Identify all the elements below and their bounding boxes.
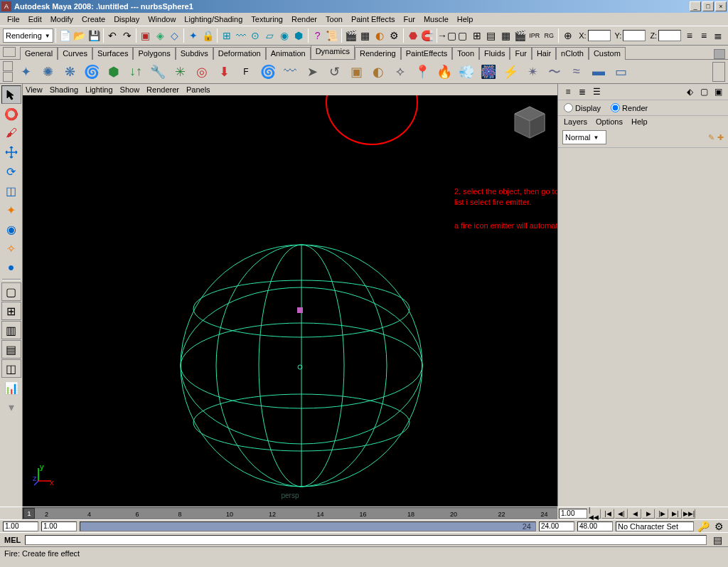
- layer-editor-tab-icon[interactable]: ≣: [577, 86, 588, 97]
- vp-menu-lighting[interactable]: Lighting: [85, 85, 113, 94]
- lightning-icon[interactable]: ⚡: [500, 61, 521, 83]
- menu-display[interactable]: Display: [109, 14, 144, 25]
- panel-opt3-icon[interactable]: ▣: [712, 86, 724, 97]
- options-menu-item[interactable]: Options: [596, 117, 623, 126]
- radial-field-icon[interactable]: 🌀: [257, 61, 279, 83]
- ipr-icon[interactable]: IPR: [528, 28, 541, 43]
- shelf-up-button[interactable]: [3, 61, 13, 71]
- uniform-field-icon[interactable]: ➤: [301, 61, 323, 83]
- collide-icon[interactable]: 🌀: [81, 61, 102, 83]
- menu-help[interactable]: Help: [453, 14, 478, 25]
- layout-two-h-icon[interactable]: ▤: [1, 340, 21, 359]
- magnet-icon[interactable]: 🧲: [420, 28, 434, 43]
- minimize-button[interactable]: _: [690, 1, 701, 11]
- vortex-field-icon[interactable]: ↺: [323, 61, 345, 83]
- layers-menu-item[interactable]: Layers: [564, 117, 587, 126]
- new-scene-icon[interactable]: 📄: [58, 28, 72, 43]
- hypershade-icon[interactable]: ⬣: [406, 28, 419, 43]
- input-line-icon[interactable]: →▢: [439, 28, 455, 43]
- play-forward-button[interactable]: ▶: [642, 509, 655, 519]
- step-back-button[interactable]: ◀|: [615, 509, 628, 519]
- universal-manip-tool[interactable]: ✦: [1, 201, 21, 219]
- snap-plane-icon[interactable]: ▱: [263, 28, 277, 43]
- anim-start-input[interactable]: [3, 521, 38, 531]
- menu-fur[interactable]: Fur: [399, 14, 419, 25]
- menu-window[interactable]: Window: [144, 14, 180, 25]
- display-radio[interactable]: Display: [564, 103, 601, 112]
- shelf-tab-surfaces[interactable]: Surfaces: [92, 47, 133, 60]
- vp-menu-panels[interactable]: Panels: [186, 85, 210, 94]
- sidebar-toggle2-icon[interactable]: ≡: [697, 28, 711, 43]
- turbulence-field-icon[interactable]: 〰: [279, 61, 301, 83]
- layout-four-icon[interactable]: ⊞: [1, 302, 21, 320]
- range-bar[interactable]: 24: [80, 522, 535, 531]
- particle-tool-icon[interactable]: ✦: [15, 61, 36, 83]
- shelf-tab-polygons[interactable]: Polygons: [133, 47, 175, 60]
- shelf-tab-painteffects[interactable]: PaintEffects: [401, 47, 453, 60]
- fluid-2d-icon[interactable]: ▬: [588, 61, 609, 83]
- snap-live-icon[interactable]: ◉: [277, 28, 291, 43]
- snap-curve-icon[interactable]: 〰: [234, 28, 247, 43]
- snap-grid-icon[interactable]: ⊞: [220, 28, 233, 43]
- instancer-icon[interactable]: ↓↑: [125, 61, 146, 83]
- rotate-tool[interactable]: ⟳: [1, 162, 21, 181]
- menu-render[interactable]: Render: [287, 14, 321, 25]
- menu-texturing[interactable]: Texturing: [247, 14, 287, 25]
- coord-x-input[interactable]: [588, 30, 611, 41]
- select-object-icon[interactable]: ◈: [154, 28, 167, 43]
- curve-flow-icon[interactable]: 〜: [544, 61, 565, 83]
- play-back-button[interactable]: ◀: [628, 509, 641, 519]
- select-mask-icon[interactable]: ✦: [186, 28, 200, 43]
- rigid-body-icon[interactable]: ▣: [346, 61, 367, 83]
- sidebar-toggle1-icon[interactable]: ≡: [682, 28, 696, 43]
- shelf-menu-button[interactable]: [3, 47, 16, 57]
- select-component-icon[interactable]: ◇: [168, 28, 181, 43]
- rg-icon[interactable]: RG: [542, 28, 556, 43]
- shelf-tab-dynamics[interactable]: Dynamics: [311, 45, 355, 59]
- shelf-down-button[interactable]: [3, 72, 13, 82]
- step-forward-key-button[interactable]: ▶|: [669, 509, 682, 519]
- shelf-tab-fur[interactable]: Fur: [510, 47, 532, 60]
- script-editor-button[interactable]: ▤: [711, 535, 724, 545]
- gravity-field-icon[interactable]: ⬇: [213, 61, 235, 83]
- emit-from-object-icon[interactable]: ❋: [59, 61, 80, 83]
- save-scene-icon[interactable]: 💾: [87, 28, 100, 43]
- shelf-tab-rendering[interactable]: Rendering: [355, 47, 401, 60]
- menu-file[interactable]: File: [3, 14, 24, 25]
- hinge-constraint-icon[interactable]: ⟡: [390, 61, 411, 83]
- shelf-tab-fluids[interactable]: Fluids: [479, 47, 510, 60]
- menu-edit[interactable]: Edit: [24, 14, 46, 25]
- transform-mode-icon[interactable]: ⊕: [561, 28, 574, 43]
- layout-persp-outliner-icon[interactable]: ▾: [1, 398, 21, 416]
- mel-input[interactable]: [25, 535, 707, 545]
- sidebar-toggle3-icon[interactable]: ≣: [712, 28, 725, 43]
- panel-opt2-icon[interactable]: ▢: [698, 86, 710, 97]
- fireworks-icon[interactable]: 🎆: [478, 61, 499, 83]
- layout-persp-graph-icon[interactable]: 📊: [1, 378, 21, 397]
- surface-flow-icon[interactable]: ≈: [566, 61, 587, 83]
- shelf-tab-general[interactable]: General: [20, 47, 58, 60]
- vp-menu-show[interactable]: Show: [120, 85, 140, 94]
- panel-opt1-icon[interactable]: ⬖: [684, 86, 695, 97]
- menu-muscle[interactable]: Muscle: [419, 14, 453, 25]
- render-view-icon[interactable]: 🎬: [344, 28, 358, 43]
- select-tool[interactable]: [1, 85, 21, 104]
- menu-toon[interactable]: Toon: [321, 14, 347, 25]
- layout-two-v-icon[interactable]: ▥: [1, 321, 21, 339]
- layout-outliner-icon[interactable]: ▤: [484, 28, 498, 43]
- goal-icon[interactable]: ⬢: [103, 61, 124, 83]
- undo-icon[interactable]: ↶: [106, 28, 119, 43]
- layout-4view-icon[interactable]: ⊞: [470, 28, 483, 43]
- maximize-button[interactable]: □: [702, 1, 714, 11]
- last-tool[interactable]: ●: [1, 258, 21, 277]
- view-cube[interactable]: [512, 102, 547, 141]
- auto-key-button[interactable]: 🔑: [697, 521, 710, 531]
- coord-y-input[interactable]: [623, 30, 646, 41]
- air-field-icon[interactable]: ✳: [169, 61, 191, 83]
- shelf-tab-subdivs[interactable]: Subdivs: [176, 47, 213, 60]
- coord-z-input[interactable]: [658, 30, 681, 41]
- drag-field-icon[interactable]: ◎: [191, 61, 213, 83]
- paint-select-tool[interactable]: 🖌: [1, 124, 21, 142]
- menu-create[interactable]: Create: [77, 14, 109, 25]
- scale-tool[interactable]: ◫: [1, 181, 21, 200]
